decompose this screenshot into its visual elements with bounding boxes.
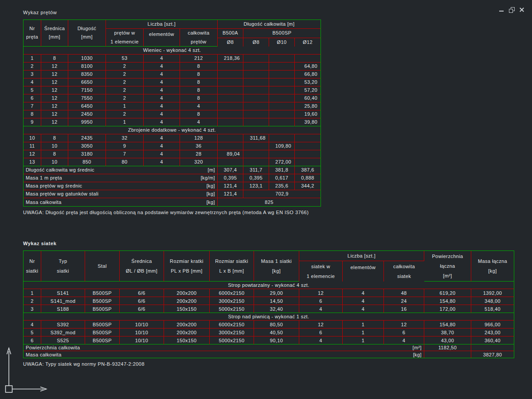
cell: 966,00 [471,321,514,329]
summary-value: 121,4 [218,190,243,198]
cell: 150x150 [164,305,210,313]
cell: 8 [23,110,41,118]
cell: 16 [384,305,424,313]
cell: 7 [23,102,41,110]
cell [218,86,243,94]
cell [243,70,269,78]
cell [269,150,295,158]
cell [243,102,269,110]
header-cell: całkowita prętów [180,29,218,47]
header-cell: B500A [218,29,243,38]
header-cell: elementów [343,261,384,282]
header-cell: siatek w 1 elemencie [299,261,343,282]
cell: S392_mod [41,329,85,336]
cell: S141_mod [41,297,85,305]
cell: 32 [106,134,144,142]
cell [295,150,321,158]
cell [218,94,243,102]
cell: 4 [180,102,218,110]
cell: 80 [106,158,144,166]
summary-unit: [kg] [207,200,215,205]
header-cell: Długość [mm] [68,20,106,47]
cell: 4 [144,63,180,70]
cell: 1 [343,329,384,336]
bars-table-block: Wykaz prętów Nr prętaŚrednica [mm]Długoś… [23,10,321,215]
cell: 4 [299,305,343,313]
cell: 1 [23,55,41,63]
header-cell: Ø12 [295,38,321,47]
summary-unit: [kg/m] [201,175,215,180]
cell: 1 [106,102,144,110]
cell: B500SP [85,336,120,344]
cell [243,94,269,102]
cell: 12 [41,94,68,102]
cell: 272,00 [269,158,295,166]
summary-label: [m²]Powierzchnia całkowita [23,344,424,351]
cell: 10 [41,142,68,150]
cell: 12 [41,102,68,110]
header-cell: Masa łączna [kg] [471,251,514,282]
cell: 6/6 [120,297,164,305]
cell [218,158,243,166]
cell: 53 [106,55,144,63]
summary-label-text: Masa prętów wg średnic [26,183,82,188]
cell [295,134,321,142]
cell: 4 [299,336,343,344]
cell: 3050 [68,142,106,150]
summary-value [471,344,514,351]
cell: 1 [23,289,41,297]
cell: 4 [144,78,180,86]
minimize-button[interactable] [498,7,505,13]
header-cell: Liczba [szt.] [299,251,424,261]
cell [243,150,269,158]
cell: 9 [106,142,144,150]
cell: 10/10 [120,329,164,336]
ucs-axis-icon [3,346,51,395]
cell: 6/6 [120,289,164,297]
cell: 6000x2150 [210,289,254,297]
cell: 4 [144,118,180,126]
cell: 200x200 [164,329,210,336]
cell: 7550 [68,94,106,102]
cell: 4 [23,78,41,86]
cell [218,110,243,118]
cell: 12 [41,86,68,94]
cell: 12 [23,150,41,158]
header-cell: Stal [85,251,120,282]
cell: 4 [144,110,180,118]
cell: S141 [41,289,85,297]
cell [218,118,243,126]
summary-label: [kg]Masa prętów wg średnic [23,182,218,190]
cell: 4 [180,118,218,126]
summary-label: [kg/m]Masa 1 m pręta [23,174,218,182]
cell [269,86,295,94]
cell [295,142,321,150]
header-cell: Masa 1 siatki [kg] [254,251,299,282]
close-button[interactable] [519,7,525,13]
cell: 28 [180,150,218,158]
cell: 9950 [68,118,106,126]
restore-button[interactable] [509,7,515,13]
header-cell: Ø8 [243,38,269,47]
cell: 6000x2150 [210,321,254,329]
cell: 2 [106,78,144,86]
cell [269,102,295,110]
cell: 8 [180,78,218,86]
header-cell: Nr pręta [23,20,41,47]
cell: 6 [23,336,41,344]
cell: 128 [180,134,218,142]
cell [243,158,269,166]
cell: 14,50 [254,297,299,305]
cell: 1030 [68,55,106,63]
cell: 6450 [68,102,106,110]
summary-value: 702,9 [243,190,321,198]
header-cell: Ø8 [218,38,243,47]
cell: 80,50 [254,321,299,329]
cell [269,78,295,86]
cell [218,142,243,150]
meshes-table-note: UWAGA: Typy siatek wg normy PN-B-93247-2… [23,361,514,367]
cell: 4 [384,336,424,344]
summary-value: 825 [218,198,321,206]
cell: 57,20 [295,86,321,94]
header-cell: Długość całkowita [m] [218,20,321,29]
